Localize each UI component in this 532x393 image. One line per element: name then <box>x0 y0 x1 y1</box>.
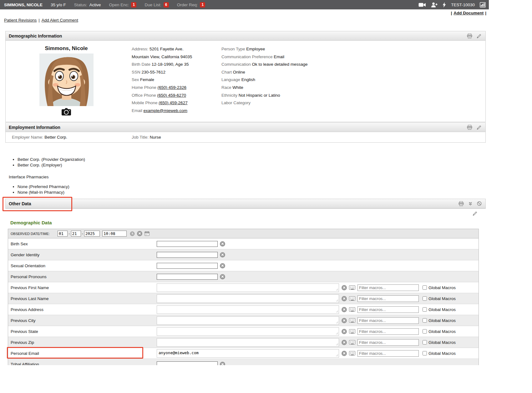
due-list-group[interactable]: Due List: 6 <box>144 2 169 8</box>
clear-field-icon[interactable] <box>342 285 347 290</box>
lightning-icon[interactable] <box>443 2 446 8</box>
clear-field-icon[interactable] <box>342 351 347 356</box>
keyboard-macro-icon[interactable] <box>349 307 355 312</box>
patient-links-row: Patient Revisions | Add Alert Comment <box>0 17 489 23</box>
personal-pronouns-input[interactable] <box>157 274 218 280</box>
sexual-orientation-input[interactable] <box>157 263 218 269</box>
add-person-icon[interactable] <box>431 2 438 8</box>
print-icon[interactable] <box>467 33 472 38</box>
employment-panel-body: Employer Name: Better Corp. Job Title: N… <box>6 132 485 142</box>
field-communication: Communication Ok to leave detailed messa… <box>221 61 307 69</box>
keyboard-macro-icon[interactable] <box>349 285 355 290</box>
clear-datetime-icon[interactable] <box>137 231 142 236</box>
row-label: Previous Last Name <box>11 296 157 301</box>
calendar-icon[interactable] <box>144 231 149 236</box>
filter-macros-input[interactable] <box>357 350 419 357</box>
global-macros-label: Global Macros <box>428 296 456 301</box>
demographic-panel-body: Simmons, Nicole <box>6 41 485 122</box>
clear-field-icon[interactable] <box>220 252 225 258</box>
global-macros-checkbox[interactable] <box>423 318 427 323</box>
clear-field-icon[interactable] <box>342 340 347 345</box>
print-icon[interactable] <box>467 125 472 130</box>
clear-field-icon[interactable] <box>220 263 225 268</box>
previous-last-name-textarea[interactable] <box>157 294 339 303</box>
global-macros-checkbox[interactable] <box>423 351 427 355</box>
field-sex: Sex Female <box>132 76 220 84</box>
edit-pencil-icon[interactable] <box>473 211 478 216</box>
global-macros-label: Global Macros <box>428 329 456 334</box>
filter-macros-input[interactable] <box>357 317 419 324</box>
patient-revisions-link[interactable]: Patient Revisions <box>4 18 37 23</box>
clear-field-icon[interactable] <box>220 274 225 279</box>
office-phone-link[interactable]: (650) 459-6270 <box>157 93 186 98</box>
keyboard-macro-icon[interactable] <box>349 329 355 334</box>
document-toolbar: | Add Document | <box>0 10 489 16</box>
open-enc-badge[interactable]: 1 <box>131 2 136 8</box>
tribal-affiliation-input[interactable] <box>157 361 218 365</box>
gender-identity-input[interactable] <box>157 252 218 258</box>
order-req-group[interactable]: Order Req: 1 <box>177 2 205 8</box>
clear-field-icon[interactable] <box>342 329 347 334</box>
keyboard-macro-icon[interactable] <box>349 318 355 323</box>
row-label: Previous Address <box>11 307 157 312</box>
pipe-separator: | <box>485 11 486 15</box>
clear-field-icon[interactable] <box>342 296 347 301</box>
personal-email-textarea[interactable]: anyone@mieweb.com <box>157 349 339 358</box>
field-language: Language English <box>221 76 307 84</box>
field-employer-name: Employer Name: Better Corp. <box>12 135 132 140</box>
patient-name: SIMMONS, NICOLE <box>4 3 43 7</box>
global-macros-checkbox[interactable] <box>423 307 427 312</box>
previous-first-name-textarea[interactable] <box>157 283 339 292</box>
mobile-phone-link[interactable]: (650) 459-2627 <box>159 100 187 105</box>
keyboard-macro-icon[interactable] <box>349 351 355 355</box>
row-label: Gender Identity <box>11 253 157 257</box>
global-macros-label: Global Macros <box>428 340 456 345</box>
observed-time-input[interactable] <box>102 231 127 237</box>
due-list-badge[interactable]: 6 <box>164 2 169 8</box>
global-macros-label: Global Macros <box>428 307 456 312</box>
keyboard-macro-icon[interactable] <box>349 340 355 345</box>
add-alert-comment-link[interactable]: Add Alert Comment <box>42 18 78 23</box>
print-icon[interactable] <box>459 201 464 206</box>
filter-macros-input[interactable] <box>357 284 419 291</box>
previous-city-textarea[interactable] <box>157 316 339 325</box>
filter-macros-input[interactable] <box>357 339 419 346</box>
collapse-chevrons-icon[interactable] <box>468 202 473 206</box>
clear-field-icon[interactable] <box>342 318 347 323</box>
photo-camera-icon[interactable] <box>61 108 71 116</box>
filter-macros-input[interactable] <box>357 295 419 302</box>
section-edit-row <box>5 211 486 216</box>
keyboard-macro-icon[interactable] <box>349 296 355 301</box>
clear-field-icon[interactable] <box>342 307 347 312</box>
email-link[interactable]: example@mieweb.com <box>144 108 188 113</box>
video-camera-icon[interactable] <box>418 3 426 7</box>
status-label: Status: <box>74 3 87 7</box>
global-macros-checkbox[interactable] <box>423 329 427 334</box>
birth-sex-input[interactable] <box>157 241 218 247</box>
order-req-badge[interactable]: 1 <box>200 2 205 8</box>
bar-chart-icon[interactable] <box>480 2 486 8</box>
home-phone-link[interactable]: (650) 459-2326 <box>158 85 186 90</box>
global-macros-checkbox[interactable] <box>423 340 427 345</box>
clock-icon[interactable] <box>130 231 135 236</box>
edit-pencil-icon[interactable] <box>477 33 482 38</box>
open-encounters-group[interactable]: Open Enc: 1 <box>109 2 137 8</box>
list-item: None (Preferred Pharmacy) <box>18 184 489 190</box>
clear-field-icon[interactable] <box>220 362 225 365</box>
disable-icon[interactable] <box>477 201 482 206</box>
observed-year-input[interactable] <box>84 231 100 237</box>
add-document-link[interactable]: Add Document <box>453 11 484 15</box>
edit-pencil-icon[interactable] <box>477 125 482 130</box>
global-macros-checkbox[interactable] <box>423 296 427 301</box>
observed-month-input[interactable] <box>58 231 68 237</box>
clear-field-icon[interactable] <box>220 241 225 247</box>
filter-macros-input[interactable] <box>357 306 419 313</box>
row-label: Previous Zip <box>11 340 157 345</box>
filter-macros-input[interactable] <box>357 328 419 335</box>
observed-day-input[interactable] <box>71 231 81 237</box>
row-label: Previous First Name <box>11 285 157 290</box>
previous-state-textarea[interactable] <box>157 327 339 336</box>
global-macros-checkbox[interactable] <box>423 285 427 290</box>
previous-zip-textarea[interactable] <box>157 338 339 347</box>
previous-address-textarea[interactable] <box>157 305 339 314</box>
